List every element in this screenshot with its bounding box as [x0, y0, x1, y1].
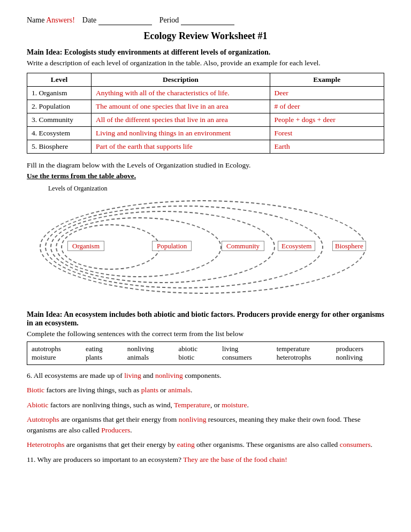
sentence-11-answer: They are the base of the food chain!	[183, 455, 287, 463]
main-idea-2-subtitle: Complete the following sentences with th…	[27, 330, 384, 338]
level-5: 5. Biosphere	[27, 140, 92, 154]
example-1: Deer	[270, 87, 384, 100]
col-description: Description	[92, 73, 270, 87]
diagram-title: Levels of Organization	[48, 185, 384, 193]
desc-3: All of the different species that live i…	[92, 113, 270, 127]
table-row: 4. Ecosystem Living and nonliving things…	[27, 127, 384, 140]
example-4: Forest	[270, 127, 384, 140]
sentence-8-word1: Abiotic	[27, 401, 49, 409]
word-bank-item: biotic	[179, 353, 214, 362]
sentence-8-word3: moisture	[222, 401, 247, 409]
date-field[interactable]	[98, 16, 152, 25]
word-bank-item: consumers	[222, 353, 268, 362]
period-field[interactable]	[181, 16, 234, 25]
word-bank-item: autotrophs	[32, 345, 77, 353]
population-label: Population	[152, 242, 192, 250]
sentence-8: Abiotic factors are nonliving things, su…	[27, 400, 384, 411]
sentence-9-word1: Autotrophs	[27, 415, 59, 423]
word-bank-item: nonliving	[336, 353, 379, 362]
sentence-6-num: 6. All ecosystems are made up of	[27, 371, 124, 379]
level-1: 1. Organism	[27, 87, 92, 100]
table-row: 5. Biosphere Part of the earth that supp…	[27, 140, 384, 154]
word-bank-item: moisture	[32, 353, 77, 362]
word-bank-item: abiotic	[179, 345, 214, 353]
sentence-8-text: factors are nonliving things, such as wi…	[49, 401, 174, 409]
word-bank-item: eating	[86, 345, 119, 353]
level-3: 3. Community	[27, 113, 92, 127]
diagram-container: Organism Population Community Ecosystem …	[34, 195, 377, 302]
name-value: Answers!	[46, 16, 75, 24]
sentence-7-word1: Biotic	[27, 386, 44, 394]
sentence-7-or: or	[158, 386, 168, 394]
example-3: People + dogs + deer	[270, 113, 384, 127]
ecosystem-label: Ecosystem	[278, 242, 315, 250]
sentence-11: 11. Why are producers so important to an…	[27, 454, 384, 465]
word-bank-item: producers	[336, 345, 379, 353]
diagram-section: Fill in the diagram below with the Level…	[27, 161, 384, 302]
sentence-9-word2: nonliving	[179, 415, 207, 423]
sentence-6-word1: living	[124, 371, 141, 379]
desc-5: Part of the earth that supports life	[92, 140, 270, 154]
sentence-10-word1: Heterotrophs	[27, 440, 64, 449]
sentence-6-word2: nonliving	[155, 371, 183, 379]
period-label: Period	[159, 16, 179, 24]
col-example: Example	[270, 73, 384, 87]
main-idea-1-subtitle: Write a description of each level of org…	[27, 59, 384, 67]
main-idea-1-heading: Main Idea: Ecologists study environments…	[27, 48, 384, 57]
organism-label: Organism	[67, 242, 104, 250]
page-title: Ecology Review Worksheet #1	[27, 31, 384, 42]
date-label: Date	[82, 16, 96, 24]
desc-4: Living and nonliving things in an enviro…	[92, 127, 270, 140]
word-bank-item: temperature	[277, 345, 328, 353]
biosphere-label: Biosphere	[332, 242, 366, 250]
desc-2: The amount of one species that live in a…	[92, 100, 270, 113]
word-bank-item: living	[222, 345, 268, 353]
sentence-10-word2: eating	[177, 440, 195, 449]
use-text: Use the terms from the table above.	[27, 172, 384, 180]
sentence-6: 6. All ecosystems are made up of living …	[27, 370, 384, 381]
word-bank-item: heterotrophs	[277, 353, 328, 362]
level-2: 2. Population	[27, 100, 92, 113]
sentence-7: Biotic factors are living things, such a…	[27, 385, 384, 396]
sentence-10-word3: consumers	[340, 440, 371, 449]
word-bank-item: animals	[127, 353, 170, 362]
sentence-7-word3: animals	[168, 386, 191, 394]
community-label: Community	[222, 242, 264, 250]
sentence-10: Heterotrophs are organisms that get thei…	[27, 439, 384, 450]
levels-table: Level Description Example 1. Organism An…	[27, 73, 384, 154]
word-bank: autotrophs eating nonliving abiotic livi…	[27, 341, 384, 365]
main-idea-2-heading: Main Idea: An ecosystem includes both ab…	[27, 310, 384, 328]
sentence-6-and: and	[141, 371, 155, 379]
desc-1: Anything with all of the characteristics…	[92, 87, 270, 100]
sentence-9-word3: Producers	[101, 426, 130, 434]
fill-text: Fill in the diagram below with the Level…	[27, 161, 384, 170]
name-label: Name	[27, 16, 44, 24]
sentence-7-word2: plants	[141, 386, 158, 394]
col-level: Level	[27, 73, 92, 87]
sentence-6-end: components.	[183, 371, 222, 379]
example-5: Earth	[270, 140, 384, 154]
sentence-10-text1: are organisms that get their energy by	[64, 440, 177, 449]
table-row: 2. Population The amount of one species …	[27, 100, 384, 113]
level-4: 4. Ecosystem	[27, 127, 92, 140]
sentence-8-word2: Temperature	[174, 401, 210, 409]
table-row: 1. Organism Anything with all of the cha…	[27, 87, 384, 100]
sentence-9-text1: are organisms that get their energy from	[59, 415, 179, 423]
sentence-10-text2: other organisms. These organisms are als…	[195, 440, 340, 449]
word-bank-item: plants	[86, 353, 119, 362]
name-line: Name Answers! Date Period	[27, 16, 384, 25]
table-row: 3. Community All of the different specie…	[27, 113, 384, 127]
sentence-8-or: , or	[210, 401, 222, 409]
sentence-11-text: 11. Why are producers so important to an…	[27, 455, 183, 463]
sentence-7-text: factors are living things, such as	[44, 386, 141, 394]
sentence-9: Autotrophs are organisms that get their …	[27, 414, 384, 436]
word-bank-item: nonliving	[127, 345, 170, 353]
example-2: # of deer	[270, 100, 384, 113]
